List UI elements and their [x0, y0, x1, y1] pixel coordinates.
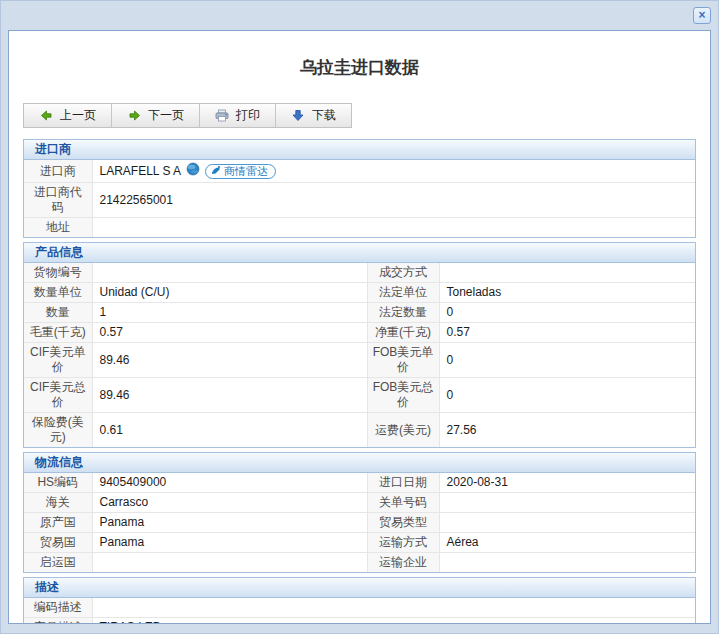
field-label: 关单号码	[367, 493, 439, 513]
section-importer-header: 进口商	[24, 140, 695, 160]
logistics-table: HS编码9405409000进口日期2020-08-31海关Carrasco关单…	[24, 473, 695, 572]
field-value: 0.57	[439, 323, 695, 343]
field-value: Panama	[92, 533, 367, 553]
field-label: 贸易类型	[367, 513, 439, 533]
page-title: 乌拉圭进口数据	[9, 56, 710, 79]
section-logistics-header: 物流信息	[24, 453, 695, 473]
field-label: 净重(千克)	[367, 323, 439, 343]
field-label: 编码描述	[24, 598, 92, 618]
importer-code-value: 21422565001	[92, 183, 695, 218]
field-label: 运输方式	[367, 533, 439, 553]
field-label: 产品描述	[24, 618, 92, 625]
business-radar-badge[interactable]: 商情雷达	[205, 164, 276, 179]
radar-icon	[211, 164, 221, 179]
table-row: CIF美元单价89.46FOB美元单价0	[24, 343, 695, 378]
arrow-down-icon	[291, 109, 305, 123]
section-product-header: 产品信息	[24, 243, 695, 263]
field-label: 运输企业	[367, 553, 439, 573]
table-row: 数量1法定数量0	[24, 303, 695, 323]
table-row: 产品描述 TIRAS LED	[24, 618, 695, 625]
table-row: CIF美元总价89.46FOB美元总价0	[24, 378, 695, 413]
print-button[interactable]: 打印	[200, 104, 276, 127]
toolbar: 上一页 下一页 打印 下载	[23, 103, 352, 128]
field-label: 数量	[24, 303, 92, 323]
table-row: 进口商 LARAFELL S A	[24, 160, 695, 183]
table-row: HS编码9405409000进口日期2020-08-31	[24, 473, 695, 493]
field-label: 地址	[24, 218, 92, 238]
field-value: 0	[439, 378, 695, 413]
dialog-panel: 乌拉圭进口数据 上一页 下一页 打印	[8, 30, 711, 624]
download-label: 下载	[312, 107, 336, 124]
business-radar-label: 商情雷达	[224, 164, 268, 179]
field-label: 进口商	[24, 160, 92, 183]
field-label: 原产国	[24, 513, 92, 533]
product-table: 货物编号成交方式数量单位Unidad (C/U)法定单位Toneladas数量1…	[24, 263, 695, 447]
arrow-right-icon	[127, 109, 141, 123]
field-label: FOB美元单价	[367, 343, 439, 378]
field-value: 89.46	[92, 343, 367, 378]
importer-name-value: LARAFELL S A	[100, 164, 182, 179]
field-label: 运费(美元)	[367, 413, 439, 448]
table-row: 贸易国Panama运输方式Aérea	[24, 533, 695, 553]
download-button[interactable]: 下载	[276, 104, 351, 127]
field-value	[92, 553, 367, 573]
field-value: TIRAS LED	[92, 618, 695, 625]
field-label: 货物编号	[24, 263, 92, 283]
table-row: 地址	[24, 218, 695, 238]
field-label: 启运国	[24, 553, 92, 573]
field-value: Panama	[92, 513, 367, 533]
field-value: 2020-08-31	[439, 473, 695, 493]
next-page-button[interactable]: 下一页	[112, 104, 200, 127]
table-row: 原产国Panama贸易类型	[24, 513, 695, 533]
field-label: 海关	[24, 493, 92, 513]
import-data-dialog: { "window": { "title": "乌拉圭进口数据", "close…	[0, 0, 719, 634]
field-label: 毛重(千克)	[24, 323, 92, 343]
field-value	[92, 263, 367, 283]
table-row: 货物编号成交方式	[24, 263, 695, 283]
section-description: 描述 编码描述 产品描述 TIRAS LED	[23, 577, 696, 624]
section-importer: 进口商 进口商 LARAFELL S A	[23, 139, 696, 238]
field-label: FOB美元总价	[367, 378, 439, 413]
field-value: 1	[92, 303, 367, 323]
field-value	[439, 513, 695, 533]
field-value: Carrasco	[92, 493, 367, 513]
next-page-label: 下一页	[148, 107, 184, 124]
field-value: 0	[439, 343, 695, 378]
table-row: 进口商代码 21422565001	[24, 183, 695, 218]
table-row: 数量单位Unidad (C/U)法定单位Toneladas	[24, 283, 695, 303]
field-value: 27.56	[439, 413, 695, 448]
print-label: 打印	[236, 107, 260, 124]
table-row: 编码描述	[24, 598, 695, 618]
field-value: Aérea	[439, 533, 695, 553]
printer-icon	[215, 109, 229, 123]
importer-address-value	[92, 218, 695, 238]
field-label: 数量单位	[24, 283, 92, 303]
field-value: 0.57	[92, 323, 367, 343]
field-label: 进口商代码	[24, 183, 92, 218]
prev-page-label: 上一页	[60, 107, 96, 124]
field-value: Unidad (C/U)	[92, 283, 367, 303]
table-row: 保险费(美元)0.61运费(美元)27.56	[24, 413, 695, 448]
table-row: 启运国运输企业	[24, 553, 695, 573]
field-value: 0	[439, 303, 695, 323]
field-value: Toneladas	[439, 283, 695, 303]
table-row: 海关Carrasco关单号码	[24, 493, 695, 513]
field-label: 进口日期	[367, 473, 439, 493]
field-value	[92, 598, 695, 618]
field-value: 9405409000	[92, 473, 367, 493]
close-icon[interactable]: ×	[693, 7, 711, 24]
globe-icon[interactable]	[186, 162, 200, 180]
field-value: 0.61	[92, 413, 367, 448]
field-label: 贸易国	[24, 533, 92, 553]
field-label: 成交方式	[367, 263, 439, 283]
section-logistics: 物流信息 HS编码9405409000进口日期2020-08-31海关Carra…	[23, 452, 696, 573]
section-description-header: 描述	[24, 578, 695, 598]
field-label: 法定单位	[367, 283, 439, 303]
field-label: 法定数量	[367, 303, 439, 323]
prev-page-button[interactable]: 上一页	[24, 104, 112, 127]
field-value	[439, 553, 695, 573]
field-label: CIF美元单价	[24, 343, 92, 378]
dialog-content: 进口商 进口商 LARAFELL S A	[23, 139, 696, 624]
arrow-left-icon	[39, 109, 53, 123]
field-value	[439, 493, 695, 513]
